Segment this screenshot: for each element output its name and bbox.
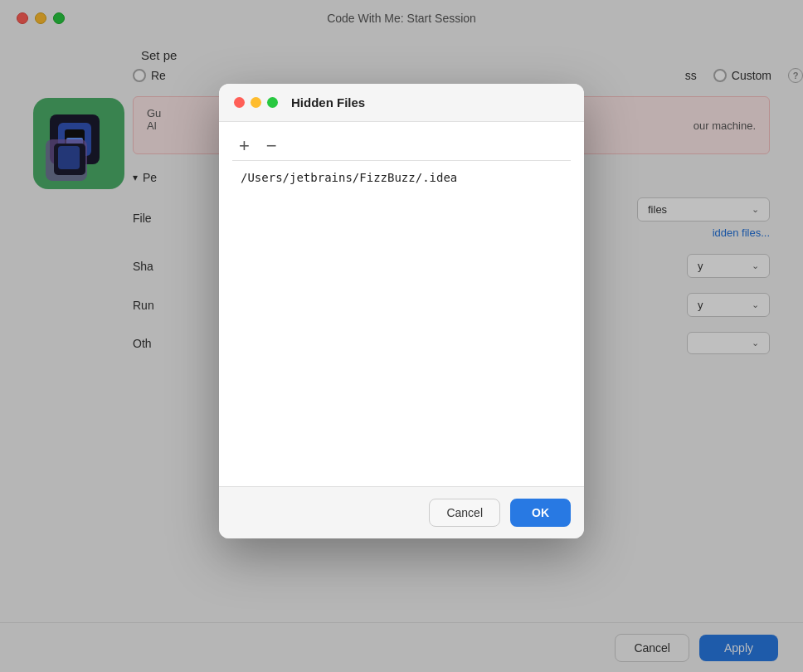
modal-traffic-lights [234, 97, 278, 108]
add-path-button[interactable]: + [236, 137, 253, 155]
modal-ok-button[interactable]: OK [510, 499, 571, 527]
modal-cancel-button[interactable]: Cancel [429, 499, 500, 527]
modal-maximize-button[interactable] [267, 97, 278, 108]
modal-minimize-button[interactable] [251, 97, 261, 108]
list-item[interactable]: /Users/jetbrains/FizzBuzz/.idea [236, 168, 567, 187]
modal-footer: Cancel OK [219, 486, 584, 538]
modal-close-button[interactable] [234, 97, 245, 108]
modal-file-list: /Users/jetbrains/FizzBuzz/.idea [232, 161, 571, 476]
modal-body: + − /Users/jetbrains/FizzBuzz/.idea [219, 122, 584, 486]
hidden-files-modal: Hidden Files + − /Users/jetbrains/FizzBu… [219, 84, 584, 538]
modal-overlay: Hidden Files + − /Users/jetbrains/FizzBu… [0, 0, 803, 672]
modal-title: Hidden Files [291, 95, 365, 110]
main-window: Code With Me: Start Session Set pe [0, 0, 803, 672]
modal-toolbar: + − [232, 132, 571, 161]
modal-titlebar: Hidden Files [219, 84, 584, 122]
remove-path-button[interactable]: − [263, 137, 280, 155]
